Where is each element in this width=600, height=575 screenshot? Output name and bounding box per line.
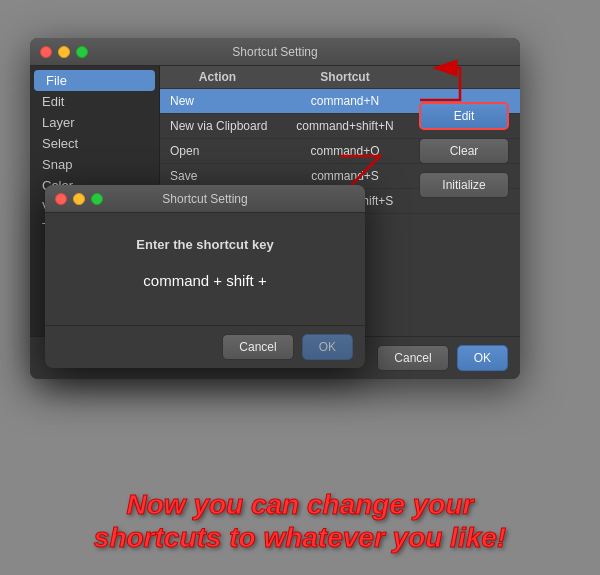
- initialize-button[interactable]: Initialize: [419, 172, 509, 198]
- main-titlebar: Shortcut Setting: [30, 38, 520, 66]
- edit-button[interactable]: Edit: [419, 102, 509, 130]
- popup-close-button[interactable]: [55, 193, 67, 205]
- bottom-text-line2: shortcuts to whatever you like!: [20, 521, 580, 555]
- popup-cancel-button[interactable]: Cancel: [222, 334, 293, 360]
- main-ok-button[interactable]: OK: [457, 345, 508, 371]
- main-dialog-title: Shortcut Setting: [232, 45, 317, 59]
- popup-ok-button[interactable]: OK: [302, 334, 353, 360]
- clear-button[interactable]: Clear: [419, 138, 509, 164]
- cell-shortcut: command+O: [275, 144, 415, 158]
- minimize-button[interactable]: [58, 46, 70, 58]
- cell-shortcut: command+N: [275, 94, 415, 108]
- popup-titlebar: Shortcut Setting: [45, 185, 365, 213]
- popup-body: Enter the shortcut key command + shift +: [45, 213, 365, 325]
- popup-maximize-button[interactable]: [91, 193, 103, 205]
- bottom-text-line1: Now you can change your: [20, 488, 580, 522]
- popup-minimize-button[interactable]: [73, 193, 85, 205]
- popup-shortcut-display: command + shift +: [61, 272, 349, 289]
- col-shortcut-header: Shortcut: [275, 70, 415, 84]
- bottom-text-container: Now you can change your shortcuts to wha…: [0, 488, 600, 555]
- popup-dialog: Shortcut Setting Enter the shortcut key …: [45, 185, 365, 368]
- sidebar-item-snap[interactable]: Snap: [30, 154, 159, 175]
- sidebar-item-select[interactable]: Select: [30, 133, 159, 154]
- maximize-button[interactable]: [76, 46, 88, 58]
- cell-action: Save: [160, 169, 275, 183]
- sidebar-item-file[interactable]: File: [34, 70, 155, 91]
- close-button[interactable]: [40, 46, 52, 58]
- cell-action: New: [160, 94, 275, 108]
- col-action-header: Action: [160, 70, 275, 84]
- popup-prompt: Enter the shortcut key: [61, 237, 349, 252]
- right-buttons: Edit Clear Initialize: [419, 102, 514, 198]
- sidebar-item-edit[interactable]: Edit: [30, 91, 159, 112]
- popup-footer: Cancel OK: [45, 325, 365, 368]
- popup-traffic-lights: [55, 193, 103, 205]
- traffic-lights: [40, 46, 88, 58]
- cell-action: Open: [160, 144, 275, 158]
- cell-shortcut: command+S: [275, 169, 415, 183]
- table-header: Action Shortcut: [160, 66, 520, 89]
- popup-dialog-title: Shortcut Setting: [162, 192, 247, 206]
- main-cancel-button[interactable]: Cancel: [377, 345, 448, 371]
- sidebar-item-layer[interactable]: Layer: [30, 112, 159, 133]
- cell-shortcut: command+shift+N: [275, 119, 415, 133]
- cell-action: New via Clipboard: [160, 119, 275, 133]
